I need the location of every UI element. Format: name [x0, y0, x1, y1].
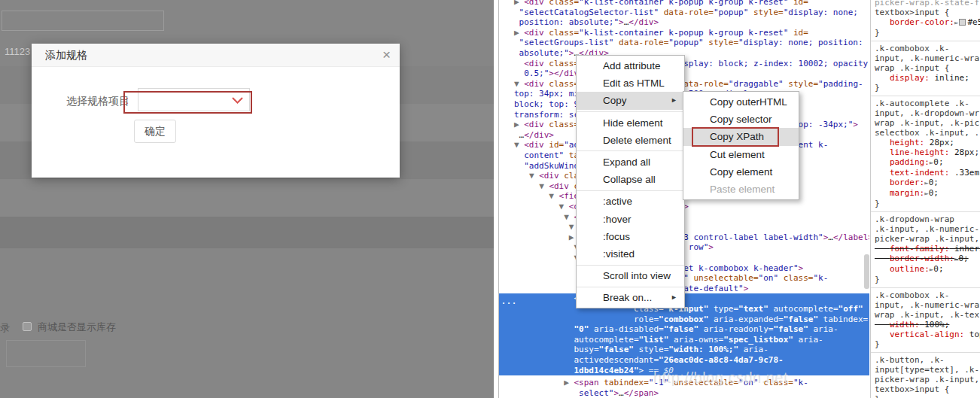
menu-item-copy-xpath[interactable]: Copy XPath — [683, 128, 799, 145]
code-token: data-role= — [659, 8, 714, 17]
submenu-arrow-icon: ► — [671, 289, 677, 306]
menu-item-copy[interactable]: Copy► — [577, 92, 684, 109]
close-icon[interactable]: × — [382, 46, 391, 64]
code-row[interactable]: …</div> — [514, 130, 554, 141]
confirm-button[interactable]: 确定 — [134, 120, 176, 143]
code-row-selected[interactable]: busy="false" style="width: 100%;" aria- — [514, 345, 768, 355]
css-rule[interactable]: .k-combobox .k-input, .k-numeric-wrawrap… — [871, 288, 980, 353]
code-token: style= — [784, 79, 818, 89]
scrollbar-thumb[interactable] — [864, 254, 869, 289]
code-row[interactable]: position: absolute;">…</div> — [514, 17, 659, 28]
code-token: > — [619, 17, 624, 27]
code-row[interactable]: ▼ <div class="k-widget k-window" data-ro… — [514, 79, 863, 90]
code-row[interactable]: 0.5;"></div> — [514, 68, 584, 79]
code-token: ▶ — [514, 28, 524, 38]
css-selector-line: picker-wrap.k-state-f — [875, 0, 980, 8]
code-token: "off" — [838, 304, 863, 314]
css-declaration[interactable]: margin:►0; — [875, 188, 980, 199]
code-token: "text" — [738, 304, 768, 314]
code-token: "k-list-container k-popup k-group k-rese… — [579, 28, 788, 38]
css-declaration[interactable]: padding:►0; — [875, 157, 980, 168]
css-declaration[interactable]: border-width:►0; — [875, 254, 980, 264]
menu-item-add-attribute[interactable]: Add attribute — [577, 57, 684, 74]
expand-arrow-icon[interactable]: ► — [954, 19, 958, 26]
css-property-name: margin: — [890, 188, 924, 198]
menu-item-edit-as-html[interactable]: Edit as HTML — [577, 74, 684, 92]
css-selector-line: wrap .k-input { — [875, 63, 980, 73]
menu-item-collapse-all[interactable]: Collapse all — [577, 171, 684, 188]
css-property-name: line-height: — [890, 147, 949, 157]
code-token: "false" — [664, 324, 698, 334]
code-token: "popup" — [714, 8, 748, 17]
css-declaration[interactable]: width: 100%; — [875, 320, 980, 330]
code-token: select" — [514, 388, 613, 398]
css-rule[interactable]: .k-dropdown-wrap.k-input, .k-numeric-pic… — [871, 212, 980, 288]
code-token: absolute;" — [514, 48, 569, 58]
css-selector-line: .k-dropdown-wrap — [875, 214, 980, 224]
css-declaration[interactable]: display: inline; — [875, 73, 980, 83]
context-menu: Add attributeEdit as HTMLCopy►Hide eleme… — [576, 55, 685, 308]
code-row-selected[interactable]: "0" aria-disabled="false" aria-readonly=… — [514, 324, 838, 335]
code-token: aria- — [738, 345, 768, 354]
code-token: ▶ — [514, 0, 524, 7]
code-row[interactable]: ▶ <span tabindex="-1" unselectable="on" … — [514, 378, 808, 388]
code-row[interactable]: ▶ <label class="col-xs-3 control-label l… — [514, 232, 869, 243]
code-token: "padding- — [818, 79, 863, 89]
menu-item-scroll-into-view[interactable]: Scroll into view — [577, 267, 684, 284]
table-row — [0, 179, 494, 217]
code-row[interactable]: select">…</span> — [514, 388, 659, 398]
color-swatch[interactable] — [959, 19, 966, 26]
menu-item-copy-outerhtml[interactable]: Copy outerHTML — [683, 93, 799, 111]
code-row[interactable]: ▶ <div class="k-list-container k-popup k… — [514, 28, 808, 38]
menu-item-cut-element[interactable]: Cut element — [683, 146, 799, 163]
menu-item-visited[interactable]: :visited — [577, 245, 684, 263]
menu-item-copy-element[interactable]: Copy element — [683, 163, 799, 181]
code-token: ▼ — [564, 212, 574, 222]
menu-item-active[interactable]: :active — [577, 193, 684, 210]
css-declaration[interactable]: font-family: inherit; — [875, 244, 980, 254]
css-property-value: 28px; — [930, 138, 954, 147]
css-rule[interactable]: .k-combobox .k-input, .k-numeric-wrawrap… — [871, 41, 980, 96]
css-selector-line: wrap .k-input, .k-tex — [875, 310, 980, 320]
css-rule[interactable]: picker-wrap.k-state-ftextbox>input { bor… — [871, 0, 980, 41]
background-input-box — [2, 11, 164, 31]
menu-item-paste-element: Paste element — [683, 181, 799, 198]
code-row-selected[interactable]: autocomplete="list" aria-owns="spec_list… — [514, 335, 823, 345]
code-row-selected[interactable]: activedescendant="26eac0dc-a8c8-4da7-9c7… — [514, 355, 784, 366]
menu-item-expand-all[interactable]: Expand all — [577, 153, 684, 171]
menu-item-break-on[interactable]: Break on...► — [577, 289, 684, 306]
css-rule[interactable]: .k-button, .k-input[type=text], .k-picke… — [871, 353, 980, 398]
menu-item-copy-selector[interactable]: Copy selector — [683, 111, 799, 128]
code-row-selected[interactable]: role="combobox" aria-expanded="false" ta… — [514, 314, 868, 325]
menu-item-focus[interactable]: :focus — [577, 228, 684, 245]
css-declaration[interactable]: height: 28px; — [875, 138, 980, 147]
code-token: > — [799, 263, 804, 273]
code-token: "popup" — [668, 38, 703, 47]
css-declaration[interactable]: line-height: 28px; — [875, 147, 980, 157]
code-row-selected[interactable]: class="k-input" type="text" autocomplete… — [514, 304, 863, 314]
code-token: </span> — [624, 388, 659, 398]
code-token: "draggable" — [729, 79, 784, 89]
code-row[interactable]: <div class="k-overlay" style="display: b… — [514, 59, 869, 69]
css-declaration[interactable]: border:►0; — [875, 178, 980, 188]
css-property-value: #e5e5e5 — [967, 17, 980, 27]
show-stock-checkbox[interactable] — [23, 322, 32, 331]
css-declaration[interactable]: text-indent: .33em; — [875, 168, 980, 178]
code-token: class= — [544, 120, 579, 129]
code-token: autocomplete= — [514, 335, 639, 345]
devtools-styles-panel[interactable]: picker-wrap.k-state-ftextbox>input { bor… — [870, 0, 980, 398]
css-declaration[interactable]: border-color:►#e5e5e5 — [875, 17, 980, 28]
code-token: ▼ — [549, 191, 558, 201]
css-declaration[interactable]: vertical-align: top; — [875, 330, 980, 339]
css-declaration[interactable]: outline:►0; — [875, 264, 980, 275]
menu-item-hide-element[interactable]: Hide element — [577, 114, 684, 132]
code-row[interactable]: ▶ <div class="k-list-container k-popup k… — [514, 0, 808, 8]
code-row[interactable]: "selectGroups-list" data-role="popup" st… — [514, 38, 863, 48]
code-row[interactable]: "selectCatalogSelector-list" data-role="… — [514, 8, 858, 18]
code-row-selected[interactable]: 1dbd14c4eb24"> == $0 — [514, 366, 674, 376]
menu-item-delete-element[interactable]: Delete element — [577, 132, 684, 149]
code-token: ▼ — [539, 181, 549, 191]
menu-item-hover[interactable]: :hover — [577, 211, 684, 228]
css-rule[interactable]: .k-autocomplete .k-input, .k-dropdown-wr… — [871, 96, 980, 212]
menu-separator — [577, 111, 684, 112]
